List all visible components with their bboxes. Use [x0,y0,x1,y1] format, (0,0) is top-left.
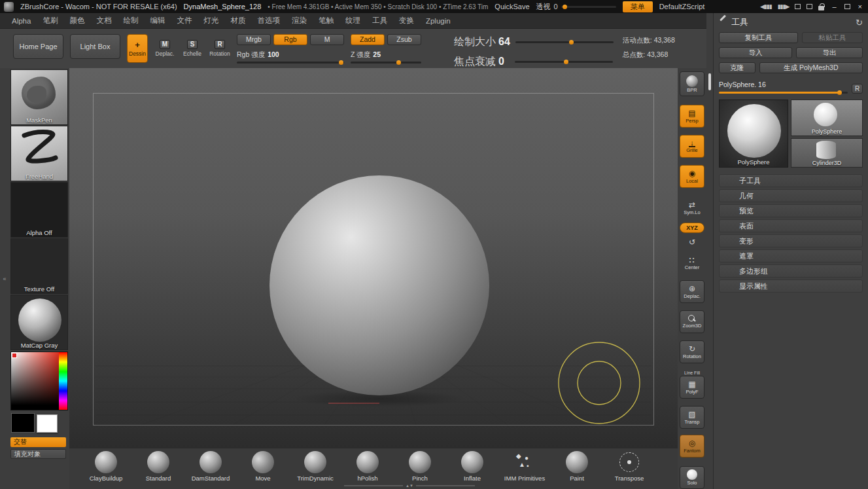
rgb-intensity-handle[interactable] [339,60,343,65]
pan-button[interactable]: ⊕ Deplac. [680,280,704,303]
zscript-play-icon[interactable]: ▮▮▮▶ [778,3,790,10]
section-display-properties[interactable]: 显示属性 [719,280,863,293]
brush-imm-primitives[interactable]: ◆● ▲▪ IMM Primitives [500,451,549,482]
zscript-rewind-icon[interactable]: ◀▮▮▮ [760,3,772,10]
make-polymesh3d-button[interactable]: 生成 PolyMesh3D [759,62,863,73]
zadd-button[interactable]: Zadd [351,34,385,45]
close-button[interactable]: × [856,3,864,10]
frame-center-button[interactable]: :: Center [680,251,704,274]
brush-transpose[interactable]: Transpose [605,451,653,482]
section-surface[interactable]: 表面 [719,219,863,232]
bpr-button[interactable]: BPR [680,71,704,96]
section-deformation[interactable]: 变形 [719,234,863,247]
current-stroke-thumb[interactable]: FreeHand [10,126,68,181]
refresh-icon[interactable]: ↻ [856,18,863,27]
layout-left-icon[interactable] [795,4,801,9]
menu-edit[interactable]: 编辑 [145,14,170,27]
rgb-button[interactable]: Rgb [273,34,307,45]
panel-scrollbar[interactable] [708,73,711,90]
secondary-color-swatch[interactable] [37,414,58,433]
move-mode-button[interactable]: M Deplac. [154,34,175,63]
switch-color-button[interactable]: 交替 [10,437,66,447]
menu-material[interactable]: 材质 [225,14,251,27]
section-masking[interactable]: 遮罩 [719,249,863,263]
menu-preferences[interactable]: 首选项 [252,14,285,27]
draw-size-handle[interactable] [569,40,574,45]
recent-tool-cylinder3d[interactable]: Cylinder3D [791,138,863,168]
export-button[interactable]: 导出 [796,47,863,58]
local-symmetry-button[interactable]: ⇄ Sym.Lo [680,196,704,219]
current-brush-thumb[interactable]: MaskPen [10,69,68,125]
brush-pinch[interactable]: Pinch [396,451,444,482]
focal-shift-slider[interactable]: 焦点衰减0 [454,55,614,69]
left-tray-divider[interactable]: « [0,68,9,489]
menu-zplugin[interactable]: Zplugin [421,15,456,27]
menu-button[interactable]: 菜单 [623,1,653,12]
brush-hpolish[interactable]: hPolish [343,451,392,482]
z-pivot-button[interactable]: ↺ [680,236,704,248]
tool-resolution-slider[interactable]: PolySphere. 16 [719,78,848,94]
ghost-transparency-button[interactable]: ◎ Fantom [680,435,704,458]
section-subtool[interactable]: 子工具 [719,174,863,187]
xyz-button[interactable]: XYZ [680,223,704,233]
brush-damstandard[interactable]: DamStandard [186,451,235,482]
panel-divider[interactable] [706,13,713,489]
copy-tool-button[interactable]: 复制工具 [719,32,798,43]
quicksave-button[interactable]: QuickSave [495,3,529,10]
zoom3d-button[interactable]: Zoom3D [680,310,704,333]
menu-tool[interactable]: 工具 [367,14,392,27]
menu-light[interactable]: 灯光 [198,14,224,27]
brush-move[interactable]: Move [239,451,287,482]
menu-stroke[interactable]: 笔触 [313,14,339,27]
solo-button[interactable]: Solo [680,466,704,489]
menu-render[interactable]: 渲染 [286,14,312,27]
maximize-button[interactable] [844,4,850,9]
main-color-swatch[interactable] [11,413,35,433]
draw-mode-button[interactable]: + Dessin [127,34,148,63]
scroll-arrows-icon[interactable]: ▲▼ [406,484,413,488]
focal-shift-handle[interactable] [564,60,568,64]
menu-texture[interactable]: 纹理 [340,14,366,27]
clone-button[interactable]: 克隆 [719,62,755,73]
section-preview[interactable]: 预览 [719,204,863,217]
brush-standard[interactable]: Standard [134,451,182,482]
m-button[interactable]: M [310,34,344,45]
minimize-button[interactable]: – [830,3,838,10]
fill-object-button[interactable]: 填充对象 [10,449,66,459]
z-intensity-handle[interactable] [396,60,401,65]
layout-right-icon[interactable] [807,4,812,9]
menu-color[interactable]: 颜色 [64,14,90,27]
brush-trimdynamic[interactable]: TrimDynamic [291,451,339,482]
transparency-button[interactable]: ▧ Transp [680,406,704,429]
z-intensity-slider[interactable]: Z 强度25 [351,48,421,63]
hue-strip[interactable] [59,352,67,410]
lock-icon[interactable] [818,6,824,10]
persp-slider[interactable] [561,6,616,8]
draw-size-slider[interactable]: 绘制大小64 [454,35,614,49]
polyframe-button[interactable]: ▦ PolyF [680,376,704,399]
zsub-button[interactable]: Zsub [387,34,421,45]
menu-document[interactable]: 文档 [91,14,116,27]
brush-paint[interactable]: Paint [553,451,601,482]
section-geometry[interactable]: 几何 [719,189,863,202]
canvas[interactable] [69,68,678,448]
active-tool-thumb[interactable]: PolySphere [719,100,788,168]
menu-file[interactable]: 文件 [171,14,197,27]
sphere-model[interactable] [269,175,489,395]
rotation-button[interactable]: ↻ Rotation [680,340,704,363]
menu-transform[interactable]: 变换 [394,14,419,27]
mrgb-button[interactable]: Mrgb [237,34,271,45]
import-button[interactable]: 导入 [719,47,792,58]
saturation-value-area[interactable] [11,352,59,410]
rgb-intensity-slider[interactable]: Rgb 强度100 [237,48,344,63]
current-material-thumb[interactable]: MatCap Gray [10,295,68,350]
menu-alpha[interactable]: Alpha [7,15,36,27]
navigation-gizmo[interactable] [559,342,640,424]
light-box-button[interactable]: Light Box [70,34,120,59]
brush-bar-scrollbar[interactable]: ▲▼ [344,484,475,488]
tray-open-icon[interactable]: « [3,276,6,282]
menu-brush[interactable]: 笔刷 [37,14,63,27]
current-alpha-thumb[interactable]: Alpha Off [10,182,68,238]
persp-button[interactable]: ▤ Persp [680,105,704,128]
persp-slider-handle[interactable] [563,5,567,9]
